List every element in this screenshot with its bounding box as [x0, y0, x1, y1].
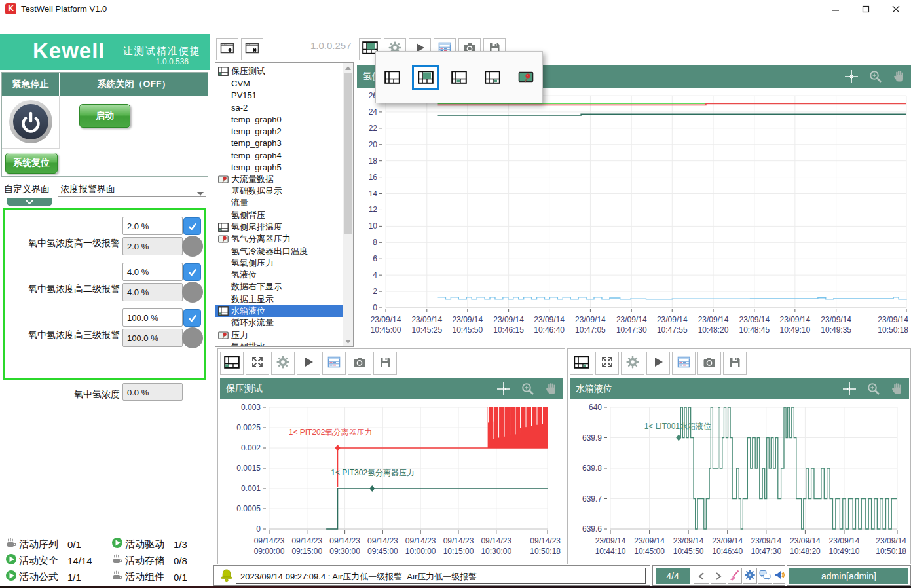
- tree-item[interactable]: temp_graph2: [215, 125, 353, 137]
- next-page-button[interactable]: [711, 568, 726, 584]
- alarm-enabled-checkbox[interactable]: [183, 309, 201, 327]
- snapshot-button[interactable]: [697, 352, 721, 375]
- pressure-hold-chart[interactable]: 00.00050.0010.00150.0020.00250.00309/14/…: [220, 399, 563, 563]
- dropdown-arrow-icon[interactable]: [197, 192, 204, 196]
- alarm-settings-button[interactable]: [743, 568, 757, 584]
- collapse-tab[interactable]: [7, 198, 52, 206]
- sound-button[interactable]: [773, 568, 785, 584]
- settings-button[interactable]: [271, 352, 295, 375]
- crosshair-icon[interactable]: [495, 380, 512, 397]
- tree-item[interactable]: temp_graph4: [215, 149, 353, 161]
- tree-item[interactable]: 流量: [215, 197, 353, 209]
- alarm-enabled-checkbox[interactable]: [183, 263, 201, 281]
- zoom-icon[interactable]: [865, 380, 882, 397]
- layout-option[interactable]: [379, 65, 406, 90]
- hand-icon[interactable]: [889, 380, 906, 397]
- tree-item[interactable]: 循环水流量: [215, 317, 353, 329]
- emergency-stop-button[interactable]: [9, 100, 52, 143]
- clear-alarms-button[interactable]: [728, 568, 742, 584]
- data-table-button[interactable]: [672, 352, 696, 375]
- tree-item[interactable]: 水箱液位: [215, 305, 353, 317]
- settings-button[interactable]: [621, 352, 644, 375]
- hand-icon[interactable]: [891, 68, 908, 85]
- tree-item[interactable]: 基础数据显示: [215, 185, 353, 197]
- activity-item: 活动驱动 1/3: [111, 537, 187, 551]
- close-button[interactable]: [881, 0, 911, 18]
- menu-item[interactable]: [63, 18, 79, 33]
- snapshot-button[interactable]: [348, 352, 371, 375]
- alarm-message-field[interactable]: 2023/09/14 09:27:09.4 : Air压力低一级报警_Air压力…: [236, 568, 646, 584]
- tree-item[interactable]: 数据主显示: [215, 293, 353, 305]
- tree-item[interactable]: 氢液位: [215, 269, 353, 281]
- tree-item[interactable]: 氢气冷凝器出口温度: [215, 245, 353, 257]
- scroll-up-icon[interactable]: [343, 63, 353, 73]
- expand-button[interactable]: [595, 352, 619, 375]
- menu-item[interactable]: [47, 18, 63, 33]
- scroll-thumb[interactable]: [344, 73, 352, 234]
- layout-option[interactable]: [412, 65, 439, 90]
- run-button[interactable]: [297, 352, 320, 375]
- menu-item[interactable]: [79, 18, 94, 33]
- tree-item[interactable]: temp_graph3: [215, 138, 353, 149]
- save-button[interactable]: [723, 352, 747, 375]
- alarm-setpoint-field[interactable]: 2.0 %: [122, 217, 183, 235]
- window-close-button[interactable]: [241, 38, 263, 60]
- expand-button[interactable]: [246, 352, 269, 375]
- hand-icon[interactable]: [544, 380, 561, 397]
- data-table-button[interactable]: [322, 352, 346, 375]
- menu-item[interactable]: [0, 18, 16, 33]
- layout-option[interactable]: [479, 65, 506, 90]
- water-tank-chart[interactable]: 639.6639.7639.8639.964023/09/1410:44:102…: [570, 399, 909, 563]
- tree-scrollbar[interactable]: [343, 63, 353, 346]
- tree-item[interactable]: 氢侧背压: [215, 210, 353, 221]
- alarm-setpoint-field[interactable]: 4.0 %: [122, 263, 183, 281]
- layout-button[interactable]: [570, 352, 593, 375]
- layout-button[interactable]: [220, 352, 244, 375]
- tree-item[interactable]: temp_graph0: [215, 113, 353, 125]
- crosshair-icon[interactable]: [843, 68, 860, 85]
- alarm-enabled-checkbox[interactable]: [183, 217, 201, 235]
- prev-page-button[interactable]: [694, 568, 709, 584]
- zoom-icon[interactable]: [867, 68, 884, 85]
- tree-item[interactable]: CVM: [215, 77, 353, 89]
- tree-item[interactable]: 保压测试: [215, 65, 353, 77]
- tree-item[interactable]: sa-2: [215, 101, 353, 113]
- custom-ui-select[interactable]: 浓度报警界面: [60, 183, 115, 195]
- minimize-button[interactable]: [821, 0, 851, 18]
- tree-item[interactable]: 氢侧排水: [215, 341, 353, 347]
- alarm-setpoint-field[interactable]: 100.0 %: [122, 308, 183, 327]
- layout-option[interactable]: [445, 65, 473, 90]
- current-user[interactable]: admin[admin]: [789, 568, 908, 584]
- menu-item[interactable]: [110, 18, 126, 33]
- expand-icon: [251, 356, 264, 371]
- menu-item[interactable]: [94, 18, 110, 33]
- maximize-button[interactable]: [851, 0, 881, 18]
- save-button[interactable]: [373, 352, 397, 375]
- svg-text:23/09/14: 23/09/14: [534, 315, 565, 324]
- start-button[interactable]: 启动: [79, 104, 130, 128]
- svg-text:23/09/14: 23/09/14: [878, 315, 908, 324]
- tree-item[interactable]: 氢侧尾排温度: [215, 221, 353, 233]
- crosshair-icon[interactable]: [841, 380, 858, 397]
- svg-text:23/09/14: 23/09/14: [829, 536, 860, 545]
- menu-item[interactable]: [16, 18, 31, 33]
- window-add-button[interactable]: [216, 38, 238, 60]
- tree-item[interactable]: 大流量数据: [215, 174, 353, 185]
- run-button[interactable]: [646, 352, 670, 375]
- user-box: admin[admin]: [787, 565, 911, 586]
- save-icon: [729, 356, 741, 371]
- tree-item[interactable]: 氢氧侧压力: [215, 257, 353, 269]
- menu-item[interactable]: [31, 18, 47, 33]
- svg-text:639.6: 639.6: [582, 524, 602, 534]
- tree-item[interactable]: temp_graph5: [215, 161, 353, 173]
- tree-item[interactable]: 氢气分离器压力: [215, 233, 353, 245]
- messages-button[interactable]: [758, 568, 772, 584]
- scroll-down-icon[interactable]: [343, 337, 353, 346]
- system-reset-button[interactable]: 系统复位: [5, 153, 58, 174]
- hydrogen-side-chart[interactable]: 0246810121416182022242623/09/1410:45:002…: [357, 88, 911, 347]
- tree-item[interactable]: PV151: [215, 90, 353, 101]
- tree-item[interactable]: 数据右下显示: [215, 281, 353, 293]
- layout-option[interactable]: [512, 65, 540, 90]
- tree-item[interactable]: 压力: [215, 329, 353, 341]
- zoom-icon[interactable]: [519, 380, 536, 397]
